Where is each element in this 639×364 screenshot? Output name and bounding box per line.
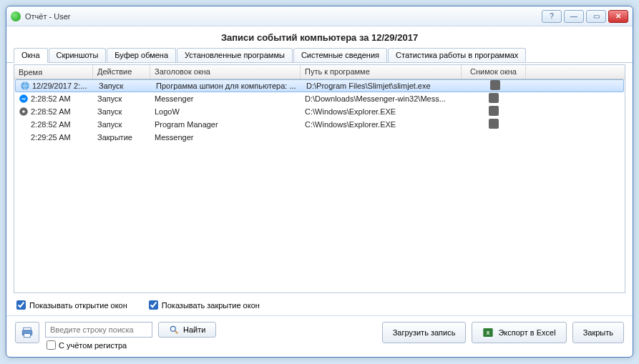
tab-окна[interactable]: Окна [14, 48, 48, 63]
cell-time: 12/29/2017 2:... [16, 80, 94, 92]
table-header: Время Действие Заголовок окна Путь к про… [14, 65, 625, 79]
cell-title: Messenger [150, 94, 301, 104]
case-checkbox[interactable] [47, 340, 56, 350]
page-title: Записи событий компьютера за 12/29/2017 [6, 26, 633, 47]
cell-screenshot [463, 79, 527, 92]
none-icon [19, 119, 29, 129]
col-time[interactable]: Время [14, 65, 93, 79]
table-row[interactable]: 2:28:52 AMЗапускMessengerD:\Downloads\Me… [14, 92, 625, 105]
app-icon [11, 11, 21, 21]
col-window-title[interactable]: Заголовок окна [150, 65, 301, 79]
tab-системные-сведения[interactable]: Системные сведения [293, 48, 387, 62]
table-body[interactable]: 12/29/2017 2:...ЗапускПрограмма шпион дл… [14, 79, 625, 292]
minimize-button[interactable]: ― [564, 10, 584, 23]
show-close-label: Показывать закрытие окон [162, 301, 260, 310]
screenshot-thumb-icon[interactable] [489, 93, 499, 103]
cell-time: 2:28:52 AM [14, 93, 93, 104]
search-input[interactable] [45, 322, 152, 338]
close-label: Закрыть [583, 328, 613, 337]
cell-time: 2:28:52 AM [14, 119, 93, 130]
cell-action: Запуск [94, 81, 152, 91]
gear-icon [19, 107, 29, 117]
event-table: Время Действие Заголовок окна Путь к про… [14, 64, 625, 293]
cell-action: Запуск [93, 94, 150, 104]
close-button[interactable]: Закрыть [572, 322, 624, 343]
cell-action: Запуск [93, 119, 150, 129]
cell-title: Program Manager [150, 119, 301, 129]
report-window: Отчёт - User ? ― ▭ ✕ Записи событий комп… [6, 6, 633, 358]
titlebar: Отчёт - User ? ― ▭ ✕ [6, 6, 633, 26]
col-screenshot[interactable]: Снимок окна [462, 65, 526, 79]
table-row[interactable]: 2:28:52 AMЗапускProgram ManagerC:\Window… [14, 118, 625, 131]
find-label: Найти [183, 325, 205, 334]
cell-path [301, 137, 462, 138]
filter-checks: Показывать открытие окон Показывать закр… [6, 297, 633, 315]
svg-text:X: X [487, 330, 490, 336]
svg-point-3 [22, 110, 25, 113]
cell-title: LogoW [150, 107, 301, 117]
cell-title: Messenger [150, 132, 301, 142]
screenshot-thumb-icon[interactable] [489, 119, 499, 129]
cell-screenshot [462, 92, 526, 105]
col-action[interactable]: Действие [93, 65, 150, 79]
table-row[interactable]: 2:29:25 AMЗакрытиеMessenger [14, 131, 625, 144]
cell-action: Закрытие [93, 132, 150, 142]
show-open-check[interactable]: Показывать открытие окон [16, 300, 127, 310]
globe-icon [20, 81, 30, 91]
show-open-checkbox[interactable] [16, 300, 26, 310]
table-row[interactable]: 12/29/2017 2:...ЗапускПрограмма шпион дл… [15, 79, 624, 92]
cell-path: D:\Program Files\Slimjet\slimjet.exe [302, 81, 463, 91]
show-close-check[interactable]: Показывать закрытие окон [149, 300, 260, 310]
excel-label: Экспорт в Excel [498, 328, 555, 337]
footer-toolbar: С учётом регистра Найти Загрузить запись… [6, 315, 633, 357]
excel-icon: X [482, 327, 494, 338]
messenger-icon [19, 94, 29, 104]
search-icon [169, 325, 179, 335]
show-close-checkbox[interactable] [149, 300, 158, 310]
load-record-button[interactable]: Загрузить запись [382, 322, 467, 343]
svg-rect-6 [24, 334, 31, 338]
maximize-button[interactable]: ▭ [586, 10, 606, 23]
tab-установленные-программы[interactable]: Установленные программы [177, 48, 293, 62]
svg-point-7 [170, 326, 175, 331]
svg-line-8 [175, 331, 178, 334]
cell-path: C:\Windows\Explorer.EXE [301, 107, 462, 117]
export-excel-button[interactable]: X Экспорт в Excel [472, 322, 566, 343]
col-path[interactable]: Путь к программе [301, 65, 462, 79]
cell-time: 2:29:25 AM [14, 132, 93, 143]
none-icon [19, 132, 29, 142]
load-label: Загрузить запись [393, 328, 456, 337]
printer-icon [21, 326, 34, 339]
cell-path: D:\Downloads\Messenger-win32\Mess... [301, 94, 462, 104]
tabstrip: ОкнаСкриншотыБуфер обменаУстановленные п… [6, 47, 633, 63]
cell-time: 2:28:52 AM [14, 106, 93, 117]
cell-action: Запуск [93, 107, 150, 117]
print-button[interactable] [15, 322, 39, 343]
tab-статистика-работы-в-программах[interactable]: Статистика работы в программах [388, 48, 526, 62]
help-button[interactable]: ? [542, 10, 562, 23]
search-group: С учётом регистра [45, 322, 152, 350]
tab-буфер-обмена[interactable]: Буфер обмена [107, 48, 176, 62]
cell-screenshot [462, 137, 526, 138]
tab-скриншоты[interactable]: Скриншоты [49, 48, 107, 62]
screenshot-thumb-icon[interactable] [489, 106, 499, 116]
case-label: С учётом регистра [59, 341, 127, 350]
cell-path: C:\Windows\Explorer.EXE [301, 119, 462, 129]
close-window-button[interactable]: ✕ [608, 10, 628, 23]
table-row[interactable]: 2:28:52 AMЗапускLogoWC:\Windows\Explorer… [14, 105, 625, 118]
cell-title: Программа шпион для компьютера: ... [152, 81, 302, 91]
case-sensitive-check[interactable]: С учётом регистра [47, 340, 152, 350]
window-title: Отчёт - User [25, 12, 540, 21]
cell-screenshot [462, 118, 526, 131]
find-button[interactable]: Найти [158, 322, 216, 338]
cell-screenshot [462, 105, 526, 118]
svg-rect-4 [24, 328, 31, 330]
show-open-label: Показывать открытие окон [29, 301, 127, 310]
screenshot-thumb-icon[interactable] [490, 80, 500, 90]
